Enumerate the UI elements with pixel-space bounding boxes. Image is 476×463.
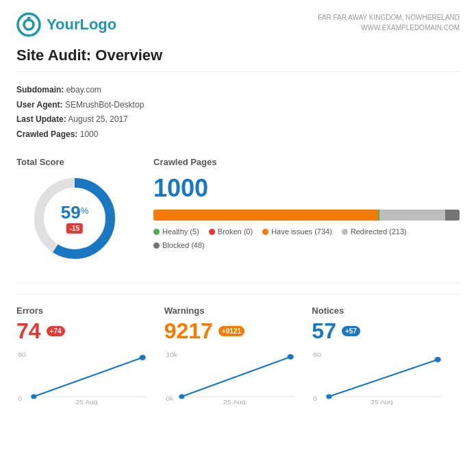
notices-value-row: 57 +57: [312, 320, 446, 342]
legend-healthy: Healthy (5): [153, 227, 199, 236]
svg-text:25 Aug: 25 Aug: [371, 399, 393, 405]
legend-dot-healthy: [153, 229, 160, 235]
crawled-pages-value: 1000: [80, 129, 99, 139]
crawled-legend: Healthy (5) Broken (0) Have issues (734)…: [153, 227, 460, 249]
legend-label-have-issues: Have issues (734): [271, 227, 332, 236]
notices-chart: 80 0 25 Aug: [312, 350, 446, 405]
errors-badge: +74: [47, 326, 65, 336]
warnings-value-row: 9217 +9121: [164, 320, 299, 342]
logo-text: YourLogo: [47, 16, 116, 34]
donut-center: 59% -15: [61, 203, 88, 234]
svg-line-8: [34, 358, 142, 397]
legend-blocked: Blocked (48): [153, 241, 205, 249]
svg-text:0: 0: [314, 395, 318, 402]
legend-dot-broken: [209, 229, 215, 235]
subdomain-label: Subdomain:: [16, 85, 64, 95]
svg-point-10: [140, 355, 146, 360]
crawled-pages-label: Crawled Pages:: [16, 129, 77, 139]
svg-text:25 Aug: 25 Aug: [75, 399, 97, 405]
legend-dot-have-issues: [262, 229, 268, 235]
user-agent-label: User Agent:: [16, 100, 63, 110]
main-row: Total Score 59% -15 Crawled Pages: [16, 157, 460, 263]
progress-bar: [153, 210, 460, 221]
segment-redirected: [379, 210, 444, 221]
stats-row: Errors 74 +74 80 0: [16, 294, 460, 405]
warnings-block: Warnings 9217 +9121 10k 0k 25 Aug: [164, 305, 312, 405]
errors-chart: 80 0 25 Aug: [16, 350, 151, 405]
legend-label-broken: Broken (0): [218, 227, 253, 236]
svg-point-23: [327, 395, 332, 399]
errors-value-row: 74 +74: [16, 320, 151, 342]
warnings-chart: 10k 0k 25 Aug: [164, 350, 299, 405]
svg-text:0: 0: [18, 395, 22, 402]
legend-broken: Broken (0): [209, 227, 253, 236]
svg-text:80: 80: [314, 351, 322, 358]
company-line2: WWW.EXAMPLEDOMAIN.COM: [318, 23, 460, 33]
svg-point-9: [31, 395, 36, 399]
svg-text:80: 80: [18, 351, 26, 358]
legend-label-blocked: Blocked (48): [162, 241, 205, 249]
subdomain-value: ebay.com: [66, 85, 101, 95]
total-score-label: Total Score: [16, 157, 133, 167]
svg-line-22: [329, 360, 438, 397]
page-title: Site Audit: Overview: [16, 47, 460, 72]
legend-redirected: Redirected (213): [342, 227, 407, 236]
company-info: FAR FAR AWAY KINGDOM, NOWHERELAND WWW.EX…: [318, 12, 460, 33]
page-wrapper: YourLogo FAR FAR AWAY KINGDOM, NOWHERELA…: [0, 0, 476, 463]
crawled-pages-section: Crawled Pages 1000 Healthy (5) Broken (0…: [153, 157, 460, 249]
segment-blocked: [445, 210, 460, 221]
last-update-value: August 25, 2017: [68, 114, 127, 124]
user-agent-value: SEMrushBot-Desktop: [65, 100, 144, 110]
warnings-label: Warnings: [164, 305, 299, 316]
logo-icon: [16, 12, 41, 37]
meta-info: Subdomain: ebay.com User Agent: SEMrushB…: [16, 83, 460, 142]
errors-block: Errors 74 +74 80 0: [16, 305, 164, 405]
legend-dot-redirected: [342, 229, 348, 235]
notices-block: Notices 57 +57 80 0 25 Aug: [312, 305, 460, 405]
total-score-section: Total Score 59% -15: [16, 157, 133, 263]
notices-badge: +57: [342, 326, 360, 336]
divider: [16, 282, 460, 283]
score-badge: -15: [66, 223, 83, 234]
warnings-badge: +9121: [218, 326, 245, 336]
last-update-label: Last Update:: [16, 114, 66, 124]
notices-number: 57: [312, 320, 336, 342]
segment-have-issues: [153, 210, 378, 221]
logo-area: YourLogo: [16, 12, 116, 37]
svg-text:25 Aug: 25 Aug: [223, 399, 245, 405]
donut-percent: 59%: [61, 203, 88, 221]
svg-point-16: [179, 395, 184, 399]
svg-point-17: [287, 354, 293, 360]
header: YourLogo FAR FAR AWAY KINGDOM, NOWHERELA…: [16, 12, 460, 37]
crawled-pages-section-label: Crawled Pages: [153, 157, 460, 167]
notices-label: Notices: [312, 305, 446, 316]
svg-text:0k: 0k: [166, 395, 173, 402]
legend-label-redirected: Redirected (213): [351, 227, 407, 236]
svg-point-2: [27, 17, 31, 21]
svg-text:10k: 10k: [166, 351, 177, 358]
svg-point-24: [435, 357, 441, 362]
svg-point-1: [24, 20, 34, 29]
donut-chart: 59% -15: [30, 174, 119, 263]
crawled-number: 1000: [153, 174, 460, 203]
legend-have-issues: Have issues (734): [262, 227, 332, 236]
legend-dot-blocked: [153, 242, 160, 249]
errors-number: 74: [16, 320, 41, 342]
warnings-number: 9217: [164, 320, 213, 342]
legend-label-healthy: Healthy (5): [162, 227, 199, 236]
company-line1: FAR FAR AWAY KINGDOM, NOWHERELAND: [318, 12, 460, 23]
svg-line-15: [181, 357, 290, 397]
errors-label: Errors: [16, 305, 151, 316]
